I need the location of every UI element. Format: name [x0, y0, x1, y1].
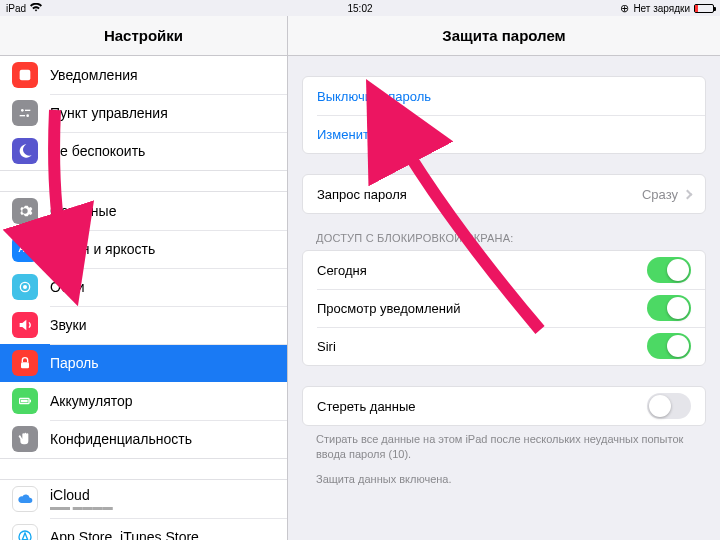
sidebar[interactable]: УведомленияПункт управленияНе беспокоить…	[0, 56, 288, 540]
erase-footer: Стирать все данные на этом iPad после не…	[302, 426, 706, 468]
sound-icon	[12, 312, 38, 338]
erase-group: Стереть данные	[302, 386, 706, 426]
toggle[interactable]	[647, 257, 691, 283]
sidebar-item-label: Основные	[50, 203, 116, 219]
sidebar-item-label: Обои	[50, 279, 85, 295]
sidebar-title: Настройки	[0, 16, 288, 55]
sidebar-item-label: App Store, iTunes Store	[50, 529, 199, 540]
detail-pane[interactable]: Выключить пароль Изменить пароль Запрос …	[288, 56, 720, 540]
svg-point-3	[26, 114, 29, 117]
sidebar-item-label: Пароль	[50, 355, 99, 371]
lock-row[interactable]: Сегодня	[303, 251, 705, 289]
control-center-icon	[12, 100, 38, 126]
sidebar-item-label: Уведомления	[50, 67, 138, 83]
moon-icon	[12, 138, 38, 164]
appstore-icon	[12, 524, 38, 540]
clock: 15:02	[6, 3, 714, 14]
lock-icon	[12, 350, 38, 376]
svg-point-1	[21, 109, 24, 112]
erase-data-row[interactable]: Стереть данные	[303, 387, 705, 425]
svg-text:AA: AA	[18, 244, 32, 254]
sidebar-item-label: iCloud▬▬ ▬▬▬▬	[50, 487, 113, 512]
sidebar-item-lock[interactable]: Пароль	[0, 344, 287, 382]
sidebar-item-hand[interactable]: Конфиденциальность	[0, 420, 287, 458]
sidebar-item-notification[interactable]: Уведомления	[0, 56, 287, 94]
wifi-icon	[30, 3, 42, 14]
sidebar-item-sound[interactable]: Звуки	[0, 306, 287, 344]
chevron-right-icon	[683, 189, 693, 199]
toggle[interactable]	[647, 295, 691, 321]
require-passcode-row[interactable]: Запрос пароля Сразу	[303, 175, 705, 213]
sidebar-item-wallpaper[interactable]: Обои	[0, 268, 287, 306]
device-name: iPad	[6, 3, 26, 14]
svg-point-7	[23, 285, 27, 289]
sidebar-item-battery[interactable]: Аккумулятор	[0, 382, 287, 420]
protection-footer: Защита данных включена.	[302, 468, 706, 493]
change-passcode[interactable]: Изменить пароль	[303, 115, 705, 153]
detail-title: Защита паролем	[288, 16, 720, 55]
turn-off-passcode[interactable]: Выключить пароль	[303, 77, 705, 115]
sidebar-item-label: Звуки	[50, 317, 87, 333]
battery-icon	[694, 4, 714, 13]
header-bar: Настройки Защита паролем	[0, 16, 720, 56]
status-bar: iPad 15:02 ⊕ Нет зарядки	[0, 0, 720, 16]
sidebar-item-label: Конфиденциальность	[50, 431, 192, 447]
sidebar-item-appstore[interactable]: App Store, iTunes Store	[0, 518, 287, 540]
sidebar-item-gear[interactable]: Основные	[0, 192, 287, 230]
lock-access-header: ДОСТУП С БЛОКИРОВКОЙ ЭКРАНА:	[302, 214, 706, 250]
svg-rect-2	[25, 110, 30, 111]
password-actions-group: Выключить пароль Изменить пароль	[302, 76, 706, 154]
hand-icon	[12, 426, 38, 452]
svg-rect-8	[21, 362, 29, 368]
erase-toggle[interactable]	[647, 393, 691, 419]
lock-row[interactable]: Просмотр уведомлений	[303, 289, 705, 327]
battery-icon	[12, 388, 38, 414]
notification-icon	[12, 62, 38, 88]
display-icon: AA	[12, 236, 38, 262]
sidebar-item-display[interactable]: AAЭкран и яркость	[0, 230, 287, 268]
gear-icon	[12, 198, 38, 224]
charge-text: Нет зарядки	[633, 3, 690, 14]
sidebar-item-label: Не беспокоить	[50, 143, 145, 159]
svg-rect-0	[20, 70, 31, 81]
toggle[interactable]	[647, 333, 691, 359]
svg-rect-10	[30, 400, 31, 403]
sidebar-item-control-center[interactable]: Пункт управления	[0, 94, 287, 132]
sidebar-item-label: Пункт управления	[50, 105, 168, 121]
lock-row[interactable]: Siri	[303, 327, 705, 365]
wallpaper-icon	[12, 274, 38, 300]
svg-rect-11	[21, 400, 28, 403]
sidebar-item-label: Аккумулятор	[50, 393, 133, 409]
cloud-icon	[12, 486, 38, 512]
require-passcode-group: Запрос пароля Сразу	[302, 174, 706, 214]
lock-access-group: СегодняПросмотр уведомленийSiri	[302, 250, 706, 366]
sidebar-item-cloud[interactable]: iCloud▬▬ ▬▬▬▬	[0, 480, 287, 518]
sidebar-item-label: Экран и яркость	[50, 241, 155, 257]
svg-rect-4	[20, 115, 25, 116]
sidebar-item-moon[interactable]: Не беспокоить	[0, 132, 287, 170]
